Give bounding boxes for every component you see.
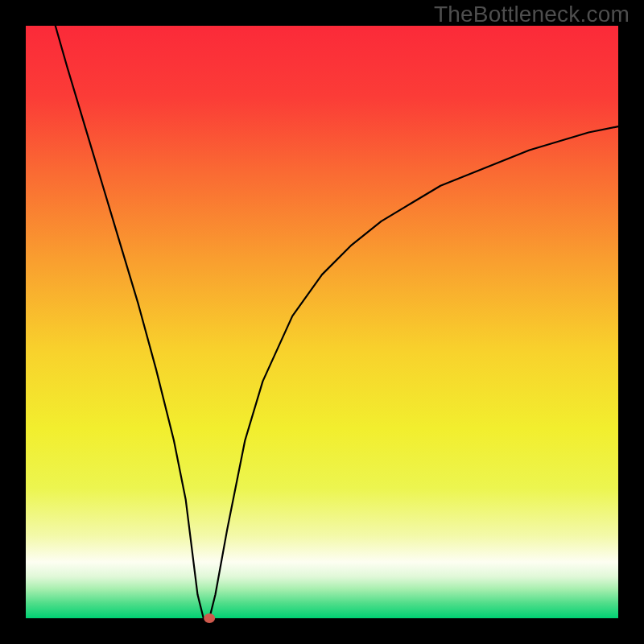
trough-marker bbox=[204, 613, 215, 623]
chart-frame: TheBottleneck.com bbox=[0, 0, 644, 644]
plot-background bbox=[26, 26, 618, 618]
chart-svg bbox=[0, 0, 644, 644]
